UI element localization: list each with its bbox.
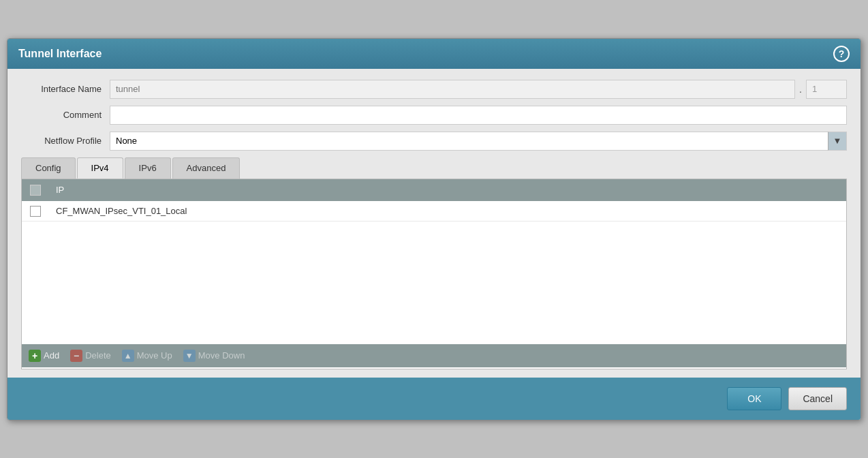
- comment-row: Comment: [21, 106, 847, 125]
- tab-content: IP CF_MWAN_IPsec_VTI_01_Local: [21, 179, 847, 369]
- tab-ipv6[interactable]: IPv6: [125, 157, 171, 179]
- tab-ipv6-label: IPv6: [139, 163, 157, 173]
- interface-separator: .: [795, 84, 806, 95]
- tabs-container: Config IPv4 IPv6 Advanced: [21, 157, 847, 179]
- tab-ipv4[interactable]: IPv4: [77, 157, 123, 179]
- delete-button[interactable]: − Delete: [70, 350, 111, 362]
- netflow-select-container: None ▼: [110, 132, 847, 151]
- interface-name-container: .: [110, 80, 847, 99]
- interface-name-row: Interface Name .: [21, 80, 847, 99]
- move-down-button[interactable]: ▼ Move Down: [183, 350, 245, 362]
- interface-name-input[interactable]: [110, 80, 795, 99]
- netflow-select[interactable]: None: [110, 132, 847, 151]
- delete-icon: −: [70, 350, 82, 362]
- row-ip-value: CF_MWAN_IPsec_VTI_01_Local: [49, 201, 846, 222]
- netflow-row: Netflow Profile None ▼: [21, 132, 847, 151]
- move-down-icon: ▼: [183, 350, 196, 362]
- delete-label: Delete: [85, 350, 111, 361]
- tab-advanced-label: Advanced: [187, 163, 226, 173]
- tab-config[interactable]: Config: [21, 157, 76, 179]
- tunnel-interface-dialog: Tunnel Interface ? Interface Name . Comm…: [7, 38, 861, 421]
- tab-advanced[interactable]: Advanced: [172, 157, 241, 179]
- cancel-button[interactable]: Cancel: [788, 387, 847, 410]
- ip-entry: CF_MWAN_IPsec_VTI_01_Local: [56, 206, 187, 216]
- netflow-label: Netflow Profile: [21, 136, 110, 146]
- ip-table: IP CF_MWAN_IPsec_VTI_01_Local: [22, 179, 846, 344]
- table-header-checkbox-cell: [22, 179, 49, 202]
- move-down-label: Move Down: [198, 350, 245, 361]
- table-toolbar: + Add − Delete ▲ Move Up ▼ Move Down: [22, 344, 846, 367]
- dialog-body: Interface Name . Comment Netflow Profile…: [7, 69, 861, 378]
- netflow-dropdown-arrow[interactable]: ▼: [828, 132, 847, 151]
- table-header-row: IP: [22, 179, 846, 202]
- help-button[interactable]: ?: [833, 46, 850, 62]
- tab-ipv4-label: IPv4: [91, 163, 109, 173]
- comment-label: Comment: [21, 110, 110, 120]
- add-button[interactable]: + Add: [29, 350, 59, 362]
- title-bar: Tunnel Interface ?: [7, 39, 861, 69]
- ok-button[interactable]: OK: [727, 387, 781, 410]
- table-row: CF_MWAN_IPsec_VTI_01_Local: [22, 201, 846, 222]
- comment-input[interactable]: [110, 106, 847, 125]
- empty-rows: [22, 222, 846, 344]
- help-icon: ?: [839, 48, 845, 59]
- row-checkbox[interactable]: [30, 206, 41, 217]
- move-up-button[interactable]: ▲ Move Up: [122, 350, 172, 362]
- tab-config-label: Config: [35, 163, 61, 173]
- add-icon: +: [29, 350, 41, 362]
- interface-name-label: Interface Name: [21, 84, 110, 94]
- move-up-icon: ▲: [122, 350, 134, 362]
- header-checkbox[interactable]: [30, 185, 41, 196]
- dialog-footer: OK Cancel: [7, 378, 861, 420]
- dialog-title: Tunnel Interface: [18, 48, 102, 60]
- table-header-ip: IP: [49, 179, 846, 202]
- row-checkbox-cell: [22, 201, 49, 222]
- add-label: Add: [44, 350, 59, 361]
- move-up-label: Move Up: [137, 350, 172, 361]
- interface-number-input[interactable]: [806, 80, 847, 99]
